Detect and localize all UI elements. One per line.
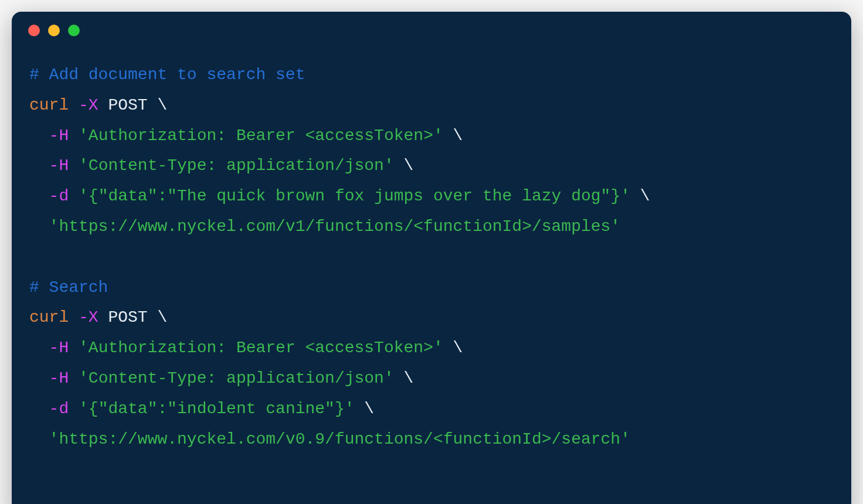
code-line-continuation: \ [453,339,463,357]
code-flag: -X [79,96,98,114]
code-comment: # Add document to search set [29,66,305,84]
close-icon[interactable] [28,25,40,36]
code-flag: -H [49,156,69,175]
terminal-window: # Add document to search set curl -X POS… [12,12,851,504]
code-line-continuation: \ [404,156,414,175]
code-flag: -d [49,187,69,205]
code-command: curl [29,96,69,114]
window-titlebar [12,12,851,43]
code-flag: -d [49,400,69,418]
code-line-continuation: \ [157,96,167,114]
code-command: curl [29,308,69,326]
code-string: 'Content-Type: application/json' [79,156,394,175]
code-line-continuation: \ [404,369,414,387]
minimize-icon[interactable] [48,25,60,36]
code-string: '{"data":"The quick brown fox jumps over… [79,187,630,205]
code-string: 'Authorization: Bearer <accessToken>' [79,339,443,357]
code-flag: -X [79,308,98,326]
maximize-icon[interactable] [68,25,80,36]
code-string: 'https://www.nyckel.com/v1/functions/<fu… [49,217,621,236]
code-method: POST [108,96,147,114]
code-flag: -H [49,127,69,145]
code-line-continuation: \ [157,308,167,326]
code-string: 'https://www.nyckel.com/v0.9/functions/<… [49,430,630,448]
code-line-continuation: \ [640,187,650,205]
code-flag: -H [49,339,69,357]
code-string: 'Authorization: Bearer <accessToken>' [79,127,443,145]
code-string: 'Content-Type: application/json' [79,369,394,387]
code-string: '{"data":"indolent canine"}' [79,400,354,418]
code-line-continuation: \ [453,127,463,145]
code-line-continuation: \ [364,400,374,418]
code-flag: -H [49,369,69,387]
code-comment: # Search [29,278,108,297]
code-method: POST [108,308,147,326]
code-block[interactable]: # Add document to search set curl -X POS… [12,43,851,504]
